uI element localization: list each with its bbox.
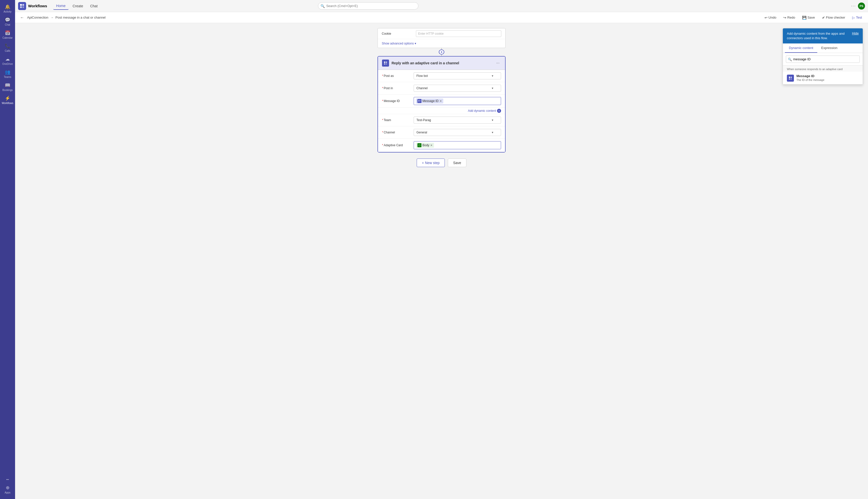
message-id-token-text: Message ID bbox=[422, 99, 438, 103]
sub-topbar: ← ApiConnection → Post message in a chat… bbox=[15, 12, 868, 23]
chevron-down-icon: ▾ bbox=[415, 42, 416, 45]
svg-rect-2 bbox=[20, 6, 22, 8]
card-fields: *Post as Flow bot ▾ *Post in bbox=[378, 70, 505, 152]
save-icon: 💾 bbox=[802, 15, 806, 20]
add-dynamic-button[interactable]: Add dynamic content + bbox=[468, 109, 501, 113]
channel-dropdown[interactable]: General ▾ bbox=[414, 129, 501, 136]
post-as-chevron-icon: ▾ bbox=[492, 74, 493, 78]
post-as-value: Flow bot ▾ bbox=[414, 72, 501, 80]
reply-card-teams-icon bbox=[382, 60, 389, 66]
bookings-icon: 📖 bbox=[5, 82, 10, 88]
redo-button[interactable]: ↪ Redo bbox=[781, 15, 797, 21]
sidebar-item-apps[interactable]: ⊕ Apps bbox=[0, 483, 15, 496]
team-chevron-icon: ▾ bbox=[492, 118, 493, 122]
undo-icon: ↩ bbox=[765, 15, 768, 20]
post-in-chevron-icon: ▾ bbox=[492, 86, 493, 90]
dynamic-search-icon: 🔍 bbox=[788, 57, 792, 61]
body-token-icon: ⬡ bbox=[418, 143, 421, 147]
svg-rect-9 bbox=[420, 100, 420, 101]
user-avatar[interactable]: PS bbox=[858, 2, 865, 10]
calendar-icon: 📅 bbox=[5, 30, 10, 36]
post-as-dropdown[interactable]: Flow bot ▾ bbox=[414, 72, 501, 80]
dynamic-item-name: Message ID bbox=[796, 74, 824, 78]
dynamic-tab-expression[interactable]: Expression bbox=[817, 44, 841, 53]
body-token-close[interactable]: ✕ bbox=[430, 144, 433, 147]
svg-rect-13 bbox=[791, 77, 792, 78]
search-input[interactable] bbox=[318, 2, 419, 10]
team-row: *Team Test-Parag ▾ bbox=[378, 114, 505, 126]
token-teams-icon bbox=[418, 99, 421, 103]
svg-rect-4 bbox=[384, 62, 385, 63]
dynamic-search-input[interactable] bbox=[786, 56, 860, 63]
svg-rect-8 bbox=[419, 100, 419, 101]
sidebar-item-workflows[interactable]: ⚡ Workflows bbox=[0, 94, 15, 107]
required-star: * bbox=[382, 74, 383, 78]
adaptive-card-label: *Adaptive Card bbox=[382, 144, 410, 147]
add-step-plus-button[interactable]: + bbox=[439, 49, 444, 54]
svg-rect-5 bbox=[386, 62, 387, 63]
dynamic-search-container: 🔍 bbox=[783, 53, 863, 65]
show-advanced-btn[interactable]: Show advanced options ▾ bbox=[378, 39, 505, 48]
save-button[interactable]: 💾 Save bbox=[800, 15, 817, 21]
dynamic-item-desc: The ID of the message bbox=[796, 78, 824, 82]
sidebar-item-chat[interactable]: 💬 Chat bbox=[0, 15, 15, 28]
dynamic-item-text: Message ID The ID of the message bbox=[796, 74, 824, 82]
message-id-field[interactable]: Message ID ✕ bbox=[414, 97, 501, 105]
breadcrumb: ApiConnection → Post message in a chat o… bbox=[27, 15, 106, 19]
reply-card-title: Reply with an adaptive card in a channel bbox=[392, 61, 492, 65]
team-dropdown[interactable]: Test-Parag ▾ bbox=[414, 117, 501, 124]
nav-chat[interactable]: Chat bbox=[87, 2, 101, 10]
required-star3: * bbox=[382, 99, 383, 103]
message-id-token-close[interactable]: ✕ bbox=[439, 99, 442, 103]
cookie-card: Cookie Show advanced options ▾ bbox=[377, 28, 506, 48]
flow-canvas: Cookie Show advanced options ▾ + bbox=[15, 23, 868, 499]
channel-label: *Channel bbox=[382, 131, 410, 134]
team-label: *Team bbox=[382, 118, 410, 122]
required-star5: * bbox=[382, 131, 383, 134]
flow-bottom-actions: + New step Save bbox=[417, 159, 467, 167]
chat-icon: 💬 bbox=[5, 17, 10, 23]
flow-checker-button[interactable]: ✔ Flow checker bbox=[820, 15, 847, 21]
topbar-search-container: 🔍 bbox=[318, 2, 419, 10]
flow-content: Cookie Show advanced options ▾ + bbox=[328, 28, 555, 494]
nav-create[interactable]: Create bbox=[70, 2, 86, 10]
sidebar-item-calendar[interactable]: 📅 Calendar bbox=[0, 28, 15, 41]
breadcrumb-sep: → bbox=[50, 15, 54, 19]
topbar-right: ··· PS bbox=[851, 2, 865, 10]
card-menu-button[interactable]: ··· bbox=[495, 60, 501, 66]
sidebar-item-activity[interactable]: 🔔 Activity bbox=[0, 2, 15, 15]
dynamic-hide-button[interactable]: Hide bbox=[852, 32, 859, 35]
message-id-value: Message ID ✕ bbox=[414, 97, 501, 105]
body-token: ⬡ Body ✕ bbox=[416, 143, 434, 148]
cookie-input[interactable] bbox=[416, 31, 501, 37]
test-button[interactable]: ▷ Test bbox=[850, 15, 864, 21]
cookie-label: Cookie bbox=[382, 32, 412, 35]
back-button[interactable]: ← bbox=[19, 14, 25, 21]
dynamic-tabs: Dynamic content Expression bbox=[783, 44, 863, 53]
sidebar-item-bookings[interactable]: 📖 Bookings bbox=[0, 81, 15, 94]
add-dynamic-row: Add dynamic content + bbox=[378, 108, 505, 114]
sidebar-item-calls[interactable]: 📞 Calls bbox=[0, 41, 15, 54]
adaptive-card-field[interactable]: ⬡ Body ✕ bbox=[414, 141, 501, 149]
undo-button[interactable]: ↩ Undo bbox=[762, 15, 778, 21]
body-token-text: Body bbox=[422, 144, 429, 147]
required-star4: * bbox=[382, 118, 383, 122]
nav-home[interactable]: Home bbox=[53, 2, 69, 10]
svg-rect-6 bbox=[384, 63, 385, 64]
toolbar-actions: ↩ Undo ↪ Redo 💾 Save ✔ Flow checker ▷ Te… bbox=[762, 15, 864, 21]
svg-rect-10 bbox=[419, 101, 419, 102]
canvas-save-button[interactable]: Save bbox=[448, 159, 467, 167]
dynamic-item-message-id[interactable]: Message ID The ID of the message bbox=[783, 72, 863, 84]
message-id-row: *Message ID bbox=[378, 95, 505, 108]
sidebar-ellipsis[interactable]: ••• bbox=[0, 476, 15, 483]
topbar-more-icon[interactable]: ··· bbox=[851, 4, 856, 8]
required-star2: * bbox=[382, 86, 383, 90]
dynamic-tab-content[interactable]: Dynamic content bbox=[785, 44, 817, 53]
channel-value: General ▾ bbox=[414, 129, 501, 136]
new-step-button[interactable]: + New step bbox=[417, 159, 445, 167]
sidebar-item-teams[interactable]: 👥 Teams bbox=[0, 67, 15, 81]
teams-icon: 👥 bbox=[5, 69, 10, 75]
post-in-label: *Post in bbox=[382, 86, 410, 90]
sidebar-item-onedrive[interactable]: ☁ OneDrive bbox=[0, 54, 15, 67]
post-in-dropdown[interactable]: Channel ▾ bbox=[414, 85, 501, 92]
